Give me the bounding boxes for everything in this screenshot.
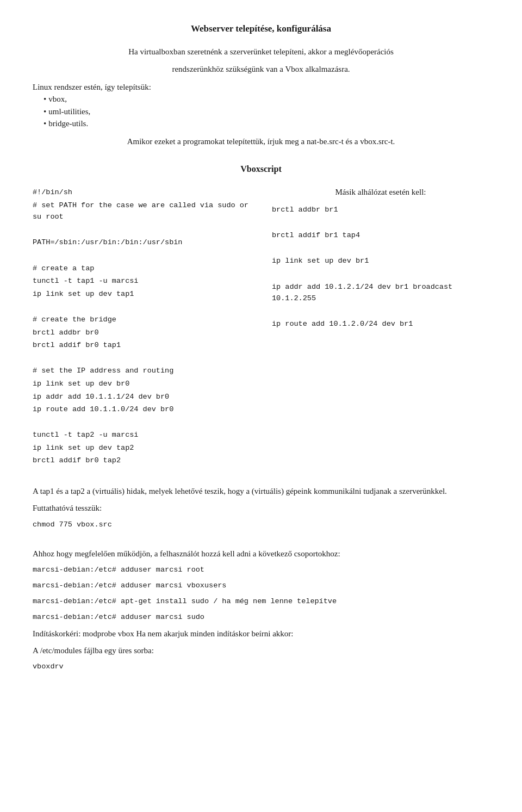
page-title: Webserver telepítése, konfigurálása [33,22,489,36]
script-line-20: brctl addif br0 tap2 [33,455,250,467]
bottom-section: A tap1 és a tap2 a (virtuális) hidak, me… [33,485,489,673]
bottom-para-6: marcsi-debian:/etc# adduser marcsi vboxu… [33,580,489,592]
script-two-col: #!/bin/sh # set PATH for the case we are… [33,185,489,468]
install-item-vbox: vbox, [44,93,489,106]
script-line-8 [33,301,250,313]
script-left-col: #!/bin/sh # set PATH for the case we are… [33,185,250,468]
script-line-12 [33,352,250,364]
script-line-15: ip addr add 10.1.1.1/24 dev br0 [33,391,250,403]
linux-install-section: Linux rendszer estén, így telepítsük: vb… [33,81,489,130]
script-line-13: # set the IP address and routing [33,365,250,377]
script-line-10: brctl addbr br0 [33,327,250,339]
script-line-19: ip link set up dev tap2 [33,442,250,454]
section-label: Vboxscript [33,163,489,176]
right-line-5 [272,268,489,280]
right-col-title: Másik alhálózat esetén kell: [272,185,489,199]
intro-line1: Ha virtualboxban szeretnénk a szerverünk… [33,46,489,58]
bottom-para-4: Ahhoz hogy megfelelően működjön, a felha… [33,548,489,560]
script-line-6: tunctl -t tap1 -u marcsi [33,275,250,287]
bottom-para-5: marcsi-debian:/etc# adduser marcsi root [33,565,489,576]
script-line-14: ip link set up dev br0 [33,378,250,390]
script-line-17 [33,417,250,429]
linux-install-label: Linux rendszer estén, így telepítsük: [33,83,151,91]
right-line-8: ip route add 10.1.2.0/24 dev br1 [272,318,489,330]
script-line-9: # create the bridge [33,314,250,326]
bottom-para-0: A tap1 és a tap2 a (virtuális) hidak, me… [33,485,489,498]
script-line-7: ip link set up dev tap1 [33,288,250,300]
right-line-4: ip link set up dev br1 [272,255,489,267]
install-item-uml: uml-utilities, [44,106,489,118]
bottom-para-7: marcsi-debian:/etc# apt-get install sudo… [33,596,489,608]
bottom-para-1: Futtathatóvá tesszük: [33,502,489,515]
bottom-para-9: Indításkorkéri: modprobe vbox Ha nem aka… [33,628,489,640]
script-line-1: # set PATH for the case we are called vi… [33,200,250,223]
right-line-0: brctl addbr br1 [272,204,489,216]
script-line-5: # create a tap [33,263,250,275]
script-line-18: tunctl -t tap2 -u marcsi [33,429,250,441]
right-line-6: ip addr add 10.1.2.1/24 dev br1 broadcas… [272,281,489,305]
right-line-2: brctl addif br1 tap4 [272,230,489,241]
install-item-bridge: bridge-utils. [44,117,489,130]
script-line-2 [33,224,250,236]
script-line-3: PATH=/sbin:/usr/bin:/bin:/usr/sbin [33,237,250,249]
right-line-3 [272,243,489,255]
bottom-para-2: chmod 775 vbox.src [33,519,489,531]
script-line-4 [33,250,250,262]
script-line-16: ip route add 10.1.1.0/24 dev br0 [33,404,250,416]
after-install-text: Amikor ezeket a programokat telepítettük… [33,135,489,148]
script-line-11: brctl addif br0 tap1 [33,339,250,351]
intro-line2: rendszerünkhöz szükségünk van a Vbox alk… [33,63,489,76]
bottom-para-10: A /etc/modules fájlba egy üres sorba: [33,644,489,657]
right-line-7 [272,306,489,318]
script-right-col: Másik alhálózat esetén kell: brctl addbr… [272,185,489,331]
right-line-1 [272,217,489,229]
bottom-para-11: vboxdrv [33,661,489,673]
bottom-para-8: marcsi-debian:/etc# adduser marcsi sudo [33,612,489,623]
install-list: vbox, uml-utilities, bridge-utils. [44,93,489,130]
script-line-0: #!/bin/sh [33,187,250,199]
